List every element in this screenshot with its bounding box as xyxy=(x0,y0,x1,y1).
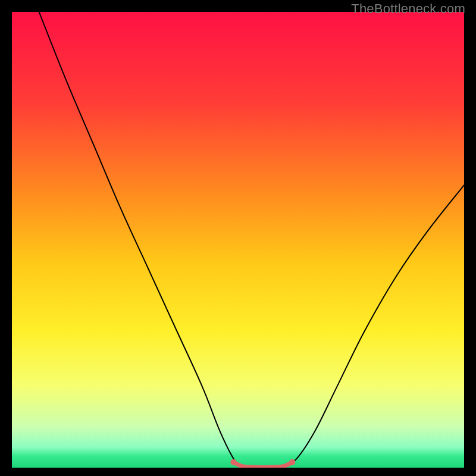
valley-endpoint-right xyxy=(289,459,295,465)
chart-curves xyxy=(12,12,464,468)
curve-valley-floor xyxy=(233,462,292,468)
valley-endpoint-left xyxy=(230,459,236,465)
plot-area xyxy=(12,12,464,468)
curve-left-branch xyxy=(39,12,243,468)
curve-right-branch xyxy=(283,185,464,468)
watermark-text: TheBottleneck.com xyxy=(351,1,465,17)
